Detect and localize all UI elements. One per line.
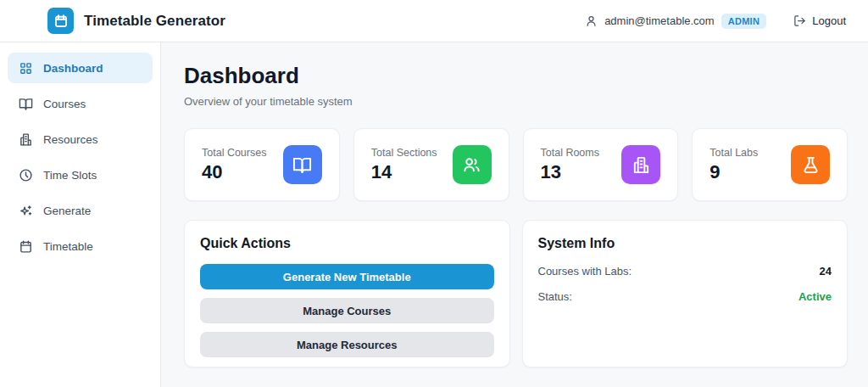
stat-value: 9 <box>709 161 758 183</box>
info-row-status: Status: Active <box>538 290 832 303</box>
system-info-title: System Info <box>538 236 832 251</box>
stat-value: 14 <box>371 161 437 183</box>
manage-courses-button[interactable]: Manage Courses <box>200 298 494 323</box>
stat-card-total-labs: Total Labs 9 <box>692 128 848 201</box>
logout-button[interactable]: Logout <box>793 14 846 27</box>
quick-actions-title: Quick Actions <box>200 236 494 251</box>
sidebar-item-generate[interactable]: Generate <box>8 195 153 226</box>
sidebar-item-resources[interactable]: Resources <box>8 124 153 154</box>
page-subtitle: Overview of your timetable system <box>184 95 848 108</box>
info-label: Status: <box>538 290 572 303</box>
page-title: Dashboard <box>184 63 848 89</box>
sidebar-item-label: Dashboard <box>43 62 103 75</box>
sidebar-item-dashboard[interactable]: Dashboard <box>8 53 153 83</box>
info-value: 24 <box>820 265 832 278</box>
info-label: Courses with Labs: <box>538 265 632 278</box>
stat-label: Total Courses <box>202 147 266 159</box>
book-icon <box>19 97 33 111</box>
sidebar: Dashboard Courses Resources Time Slots <box>0 42 161 387</box>
sidebar-item-label: Courses <box>43 98 86 110</box>
user-email: admin@timetable.com <box>604 14 715 27</box>
app-title: Timetable Generator <box>84 13 225 30</box>
system-info-panel: System Info Courses with Labs: 24 Status… <box>522 220 849 367</box>
dashboard-grid-icon <box>19 61 33 76</box>
main-content: Dashboard Overview of your timetable sys… <box>161 42 868 387</box>
stat-card-total-courses: Total Courses 40 <box>184 128 340 201</box>
user-icon <box>585 14 598 27</box>
role-badge: ADMIN <box>721 14 767 29</box>
generate-new-timetable-button[interactable]: Generate New Timetable <box>200 264 494 289</box>
manage-resources-button[interactable]: Manage Resources <box>200 332 494 357</box>
sidebar-item-label: Generate <box>43 205 91 217</box>
logout-icon <box>793 14 806 27</box>
building-icon <box>621 145 660 184</box>
app-header: Timetable Generator admin@timetable.com … <box>0 0 868 42</box>
sidebar-item-courses[interactable]: Courses <box>8 88 153 119</box>
book-icon <box>283 145 322 184</box>
stat-label: Total Labs <box>709 147 758 159</box>
users-icon <box>453 145 492 184</box>
stat-value: 13 <box>541 161 599 183</box>
stat-value: 40 <box>202 161 266 183</box>
sidebar-item-time-slots[interactable]: Time Slots <box>8 160 153 190</box>
clock-icon <box>19 168 33 182</box>
flask-icon <box>791 145 830 184</box>
sidebar-item-timetable[interactable]: Timetable <box>8 231 153 261</box>
sparkles-icon <box>19 204 33 218</box>
sidebar-item-label: Resources <box>43 133 98 146</box>
stat-label: Total Rooms <box>541 147 599 159</box>
status-badge: Active <box>798 290 832 303</box>
sidebar-item-label: Time Slots <box>43 169 97 182</box>
quick-actions-panel: Quick Actions Generate New Timetable Man… <box>184 220 510 367</box>
sidebar-item-label: Timetable <box>43 240 93 253</box>
info-row-courses-with-labs: Courses with Labs: 24 <box>538 265 832 278</box>
building-icon <box>19 132 33 147</box>
logout-label: Logout <box>812 14 846 27</box>
stat-label: Total Sections <box>371 147 437 159</box>
stats-row: Total Courses 40 Total Sections 14 <box>184 128 848 201</box>
app-logo-calendar-icon <box>47 8 74 34</box>
calendar-icon <box>19 239 33 254</box>
stat-card-total-sections: Total Sections 14 <box>353 128 509 201</box>
stat-card-total-rooms: Total Rooms 13 <box>523 128 679 201</box>
